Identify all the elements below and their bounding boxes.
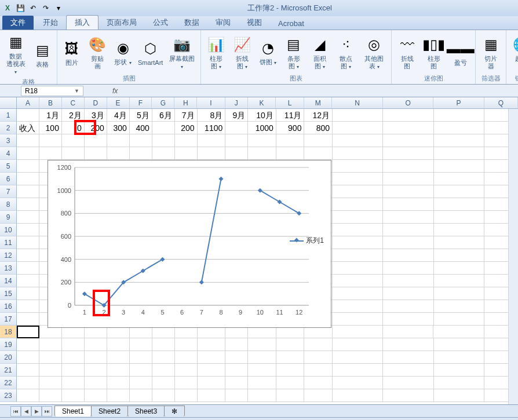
sparkline-winloss-button[interactable]: ▬▬盈亏 [448,38,473,68]
excel-icon[interactable]: X [2,3,13,13]
cell-E23[interactable] [107,389,130,402]
cell-A21[interactable] [17,364,39,377]
screenshot-button[interactable]: 📷屏幕截图 ▾ [166,34,198,72]
cell-D20[interactable] [85,351,107,364]
cell-J22[interactable] [225,377,248,389]
row-header-16[interactable]: 16 [0,300,17,313]
cell-P19[interactable] [434,338,484,351]
cell-M1[interactable]: 12月 [304,109,333,122]
cell-D2[interactable]: 200 [85,122,107,134]
cell-O12[interactable] [383,249,433,262]
cell-L1[interactable]: 11月 [276,109,305,122]
undo-icon[interactable]: ↶ [28,3,38,13]
cell-O5[interactable] [383,160,433,173]
cell-L19[interactable] [276,338,305,351]
cell-M4[interactable] [304,147,333,160]
sheet-tab-2[interactable]: Sheet2 [91,406,128,417]
cell-N5[interactable] [333,160,383,173]
cell-P16[interactable] [434,300,484,313]
col-header-B[interactable]: B [39,97,62,108]
cell-D22[interactable] [85,377,107,389]
cell-N15[interactable] [333,287,383,300]
cell-O9[interactable] [383,211,433,224]
cell-H22[interactable] [175,377,198,389]
tab-nav-next-icon[interactable]: ▶ [31,406,42,417]
cell-E4[interactable] [107,147,130,160]
cell-L4[interactable] [276,147,305,160]
col-header-M[interactable]: M [304,97,333,108]
row-header-4[interactable]: 4 [0,147,17,160]
cell-P8[interactable] [434,198,484,211]
cell-I21[interactable] [198,364,226,377]
cell-H20[interactable] [175,351,198,364]
cell-O20[interactable] [383,351,433,364]
cell-A7[interactable] [17,185,39,198]
cell-P12[interactable] [434,249,484,262]
cell-P21[interactable] [434,364,484,377]
cell-P20[interactable] [434,351,484,364]
cell-H21[interactable] [175,364,198,377]
cell-O23[interactable] [383,389,433,402]
cell-P1[interactable] [434,109,484,122]
col-header-D[interactable]: D [85,97,107,108]
cell-M20[interactable] [304,351,333,364]
cell-O6[interactable] [383,173,433,185]
sparkline-column-button[interactable]: ▮▯▮柱形图 [421,34,447,71]
cell-B23[interactable] [39,389,62,402]
cell-A22[interactable] [17,377,39,389]
cell-I4[interactable] [198,147,226,160]
name-box-dropdown-icon[interactable]: ▼ [74,88,79,94]
col-header-C[interactable]: C [62,97,85,108]
cell-D21[interactable] [85,364,107,377]
cell-A14[interactable] [17,275,39,287]
cell-M22[interactable] [304,377,333,389]
cell-K21[interactable] [248,364,276,377]
cell-J19[interactable] [225,338,248,351]
sheet-tab-3[interactable]: Sheet3 [127,406,165,417]
cell-C4[interactable] [62,147,85,160]
cell-F4[interactable] [130,147,152,160]
cell-O21[interactable] [383,364,433,377]
cell-I1[interactable]: 8月 [198,109,226,122]
col-header-Q[interactable]: Q [484,97,518,108]
cell-K3[interactable] [248,134,276,147]
tab-nav-last-icon[interactable]: ⏭ [42,406,52,417]
cell-N20[interactable] [333,351,383,364]
cell-N12[interactable] [333,249,383,262]
col-header-L[interactable]: L [276,97,304,108]
cell-B21[interactable] [39,364,62,377]
cell-H2[interactable]: 200 [175,122,198,134]
cell-O2[interactable] [383,122,433,134]
vertical-scrollbar[interactable] [508,109,518,404]
col-header-P[interactable]: P [433,97,484,108]
cell-B20[interactable] [39,351,62,364]
col-header-I[interactable]: I [197,97,225,108]
row-header-17[interactable]: 17 [0,313,17,326]
cell-I23[interactable] [198,389,226,402]
cell-P5[interactable] [434,160,484,173]
cell-F1[interactable]: 5月 [130,109,152,122]
cell-D1[interactable]: 3月 [85,109,107,122]
cell-N19[interactable] [333,338,383,351]
column-chart-button[interactable]: 📊柱形图 ▾ [203,34,228,72]
cell-D3[interactable] [85,134,107,147]
cell-A8[interactable] [17,198,39,211]
cell-I20[interactable] [198,351,226,364]
cell-G1[interactable]: 6月 [152,109,175,122]
cell-N13[interactable] [333,262,383,275]
row-header-6[interactable]: 6 [0,173,17,185]
cell-P22[interactable] [434,377,484,389]
cell-B2[interactable]: 100 [39,122,62,134]
row-header-10[interactable]: 10 [0,224,17,236]
cell-O19[interactable] [383,338,433,351]
cell-O8[interactable] [383,198,433,211]
scatter-chart-button[interactable]: ⁖散点图 ▾ [333,34,358,72]
row-header-19[interactable]: 19 [0,338,17,351]
cell-P6[interactable] [434,173,484,185]
cell-J23[interactable] [225,389,248,402]
cell-A2[interactable]: 收入 [17,122,39,134]
cell-N14[interactable] [333,275,383,287]
cell-A16[interactable] [17,300,39,313]
cell-O17[interactable] [383,313,433,326]
cell-L21[interactable] [276,364,305,377]
